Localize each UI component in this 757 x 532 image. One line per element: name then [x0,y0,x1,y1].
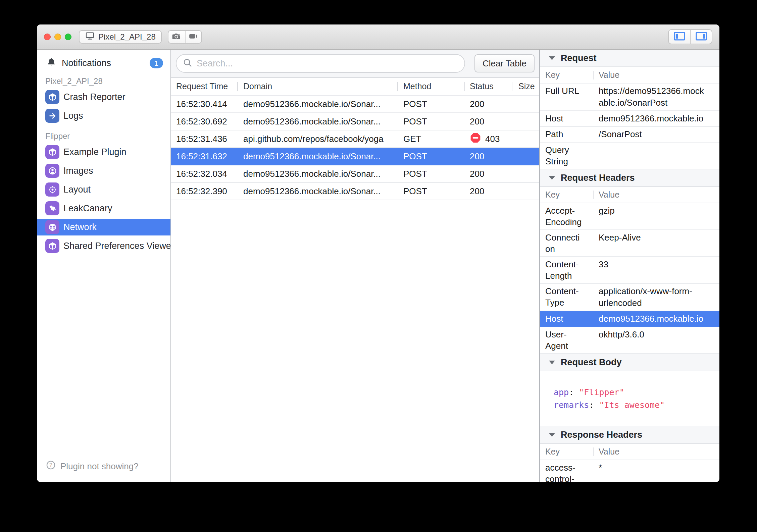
sidebar-item-label: LeakCanary [63,203,112,214]
kv-key: User-Agent [540,329,593,352]
screen-record-button[interactable] [185,31,201,43]
kv-key: Full URL [540,85,593,109]
request-time: 16:52:32.390 [171,186,237,197]
sidebar-item-network[interactable]: Network [37,219,170,235]
request-domain: demo9512366.mockable.io/Sonar... [237,116,397,127]
section-header-response-headers[interactable]: Response Headers [540,426,719,444]
device-section-label: Pixel_2_API_28 [45,76,170,86]
minimize-window-button[interactable] [54,34,61,40]
sidebar-item-example-plugin[interactable]: Example Plugin [37,144,170,160]
globe-icon [45,220,59,234]
table-row[interactable]: 16:52:31.436 api.github.com/repos/facebo… [171,130,539,148]
camera-icon [171,31,182,43]
sidebar-item-images[interactable]: Images [37,162,170,179]
kv-row[interactable]: Query String [540,143,719,169]
request-detail-panel: Request Key Value Full URL https://demo9… [540,50,719,482]
right-panel-icon [695,31,707,43]
target-icon [45,182,59,197]
sidebar-item-leakcanary[interactable]: LeakCanary [37,200,170,217]
kv-value [593,144,719,167]
section-header-request[interactable]: Request [540,50,719,67]
table-row[interactable]: 16:52:32.390 demo9512366.mockable.io/Son… [171,183,539,200]
flipper-window: Pixel_2_API_28 [37,24,719,482]
kv-value: demo9512366.mockable.io [593,313,719,325]
request-method: POST [397,151,464,162]
request-method: POST [397,186,464,197]
search-input[interactable] [197,58,458,69]
toggle-left-sidebar-button[interactable] [669,30,690,44]
close-window-button[interactable] [44,34,51,40]
request-status: 403 [464,132,512,146]
request-body-viewer: app: "Flipper" remarks: "Its awesome" [540,371,719,426]
bell-icon [46,57,56,69]
sidebar-item-notifications[interactable]: Notifications 1 [37,55,170,71]
kv-key: Content-Length [540,259,593,281]
request-domain: demo9512366.mockable.io/Sonar... [237,151,397,162]
sidebar-item-label: Images [63,166,93,176]
sidebar-item-layout[interactable]: Layout [37,181,170,198]
sidebar-item-label: Network [63,222,97,232]
screenshot-button[interactable] [168,31,185,43]
person-circle-icon [45,164,59,178]
plugin-not-showing-link[interactable]: ? Plugin not showing? [37,460,170,482]
device-name-label: Pixel_2_API_28 [98,32,156,42]
request-method: POST [397,169,464,179]
table-row[interactable]: 16:52:30.692 demo9512366.mockable.io/Son… [171,113,539,130]
column-header-request-time[interactable]: Request Time [171,78,237,95]
kv-key: Host [540,313,593,325]
body-line: remarks: "Its awesome" [554,399,713,412]
kv-row[interactable]: Full URL https://demo9512366.mockable.io… [540,84,719,111]
kv-row-selected[interactable]: Host demo9512366.mockable.io [540,311,719,327]
search-icon [183,58,193,69]
notifications-badge: 1 [150,58,163,68]
sidebar-item-logs[interactable]: Logs [37,107,170,124]
request-method: POST [397,116,464,127]
sidebar-item-shared-preferences[interactable]: Shared Preferences Viewer [37,237,170,254]
column-header-status[interactable]: Status [464,78,512,95]
bird-icon [45,201,59,215]
kv-row[interactable]: User-Agent okhttp/3.6.0 [540,327,719,354]
section-header-request-headers[interactable]: Request Headers [540,169,719,187]
request-domain: demo9512366.mockable.io/Sonar... [237,99,397,109]
request-status: 200 [464,169,512,179]
request-domain: demo9512366.mockable.io/Sonar... [237,186,397,197]
kv-value: https://demo9512366.mockable.io/SonarPos… [593,85,719,109]
kv-row[interactable]: Connection Keep-Alive [540,230,719,257]
request-time: 16:52:31.436 [171,134,237,144]
column-header-domain[interactable]: Domain [237,78,397,95]
kv-row[interactable]: Accept-Encoding gzip [540,203,719,230]
plugin-sidebar: Notifications 1 Pixel_2_API_28 Crash Rep… [37,50,171,482]
kv-header: Key Value [540,444,719,460]
kv-row[interactable]: Path /SonarPost [540,127,719,143]
network-table-panel: Clear Table Request Time Domain Method S… [171,50,540,482]
table-toolbar: Clear Table [171,50,539,78]
table-row[interactable]: 16:52:32.034 demo9512366.mockable.io/Son… [171,165,539,183]
search-box[interactable] [176,54,465,73]
request-status: 200 [464,186,512,197]
collapse-caret-icon [549,433,555,437]
kv-row[interactable]: Content-Length 33 [540,257,719,284]
kv-value: okhttp/3.6.0 [593,329,719,352]
clear-table-button[interactable]: Clear Table [474,54,535,72]
kv-row[interactable]: Content-Type application/x-www-form-urle… [540,284,719,311]
svg-text:?: ? [49,462,52,468]
capture-button-group [168,30,202,44]
kv-value: Keep-Alive [593,232,719,255]
device-selector-button[interactable]: Pixel_2_API_28 [79,30,162,44]
question-circle-icon: ? [46,460,56,473]
toggle-right-sidebar-button[interactable] [690,30,712,44]
sidebar-item-crash-reporter[interactable]: Crash Reporter [37,89,170,105]
kv-key: Query String [540,144,593,167]
column-header-size[interactable]: Size [512,78,539,95]
zoom-window-button[interactable] [65,34,71,40]
request-method: POST [397,99,464,109]
kv-row[interactable]: access-control- * [540,460,719,482]
table-row-selected[interactable]: 16:52:31.632 demo9512366.mockable.io/Son… [171,148,539,165]
column-header-method[interactable]: Method [397,78,464,95]
sidebar-item-label: Crash Reporter [63,92,125,102]
error-stop-icon [470,132,481,146]
section-header-request-body[interactable]: Request Body [540,354,719,371]
kv-value: gzip [593,205,719,228]
table-row[interactable]: 16:52:30.414 demo9512366.mockable.io/Son… [171,96,539,113]
kv-row[interactable]: Host demo9512366.mockable.io [540,111,719,127]
